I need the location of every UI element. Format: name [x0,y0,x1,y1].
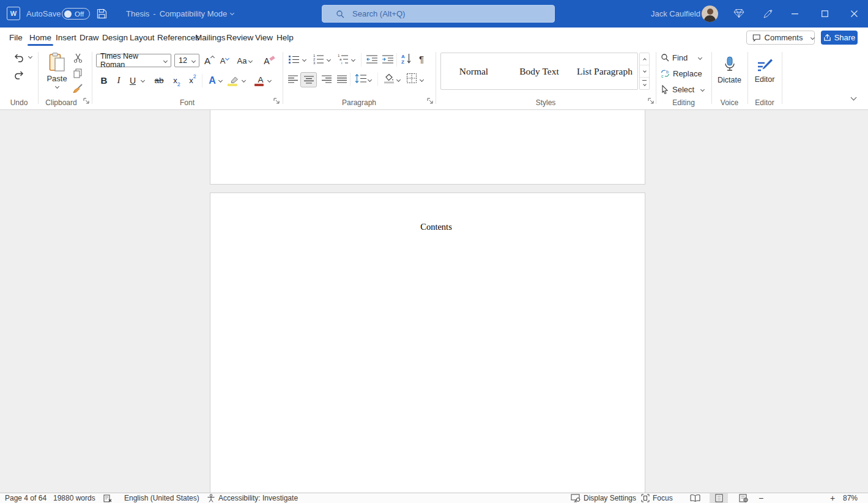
print-layout-button[interactable] [710,493,728,503]
minimize-button[interactable] [781,0,809,28]
superscript-button[interactable]: x2 [187,73,199,87]
align-right-button[interactable] [321,75,332,84]
decrease-indent-button[interactable] [366,54,378,64]
tab-home[interactable]: Home [29,28,51,47]
word-count[interactable]: 19880 words [53,493,95,503]
increase-indent-button[interactable] [382,54,394,64]
find-button[interactable]: Find [661,51,696,64]
maximize-button[interactable] [811,0,839,28]
style-body-text[interactable]: Body Text [506,53,572,89]
tab-references[interactable]: References [157,28,199,47]
align-left-button[interactable] [287,75,299,84]
pilcrow-button[interactable]: ¶ [416,53,427,65]
style-list-paragraph[interactable]: List Paragraph [572,53,637,89]
comments-button[interactable]: Comments [746,31,815,45]
focus-button[interactable]: Focus [641,493,673,503]
highlight-chevron-icon[interactable] [242,78,246,83]
bold-button[interactable]: B [98,73,110,87]
select-chevron-icon[interactable] [700,87,705,92]
borders-chevron-icon[interactable] [420,78,424,82]
tab-layout[interactable]: Layout [130,28,155,47]
bullets-button[interactable] [288,54,300,65]
styles-dialog-launcher[interactable] [648,98,655,105]
tab-file[interactable]: File [9,28,23,47]
align-center-button[interactable] [300,72,317,87]
pen-sparkle-icon[interactable] [762,9,773,20]
text-effects-button[interactable]: A [206,73,218,87]
font-family-select[interactable]: Times New Roman [96,54,171,67]
editor-button[interactable]: Editor [750,51,779,90]
document-page-2[interactable]: Contents [210,193,645,493]
user-name[interactable]: Jack Caulfield [651,9,700,18]
tab-design[interactable]: Design [102,28,128,47]
format-painter-button[interactable] [71,83,84,95]
tab-view[interactable]: View [255,28,273,47]
line-spacing-button[interactable] [354,73,367,84]
zoom-level[interactable]: 87% [843,493,858,503]
styles-more-button[interactable] [640,78,649,89]
accessibility-status[interactable]: Accessibility: Investigate [218,493,298,503]
sort-button[interactable]: AZ [400,52,412,65]
grow-font-button[interactable]: A [202,54,216,67]
autosave-toggle[interactable]: Off [62,8,90,20]
italic-button[interactable]: I [114,73,124,87]
shading-button[interactable] [383,73,395,84]
paste-button[interactable]: Paste [44,51,70,90]
undo-chevron-icon[interactable] [28,54,32,59]
gem-icon[interactable] [733,9,744,18]
select-button[interactable]: Select [661,83,699,95]
strikethrough-button[interactable]: ab [151,73,167,87]
styles-scroll-up-button[interactable] [640,53,649,65]
change-case-button[interactable]: Aa [234,54,255,67]
read-mode-button[interactable] [686,493,704,503]
dictate-button[interactable]: Dictate [713,51,746,90]
font-size-select[interactable]: 12 [174,54,199,67]
zoom-out-button[interactable]: − [759,493,763,503]
language-indicator[interactable]: English (United States) [124,493,199,503]
highlight-color-button[interactable] [228,73,240,87]
bullets-chevron-icon[interactable] [302,57,306,62]
tab-insert[interactable]: Insert [56,28,76,47]
style-normal[interactable]: Normal [441,53,506,89]
shading-chevron-icon[interactable] [396,78,401,82]
zoom-in-button[interactable]: + [830,493,835,503]
multilevel-chevron-icon[interactable] [351,57,355,62]
numbering-button[interactable]: 123 [313,53,324,65]
underline-chevron-icon[interactable] [141,78,145,83]
find-chevron-icon[interactable] [698,56,702,60]
replace-button[interactable]: bc Replace [661,67,703,79]
cut-button[interactable] [71,52,84,64]
search-input[interactable]: Search (Alt+Q) [322,5,555,23]
clear-formatting-button[interactable]: A [262,54,276,67]
numbering-chevron-icon[interactable] [327,57,331,62]
font-dialog-launcher[interactable] [273,98,280,105]
close-button[interactable] [840,0,868,28]
collapse-ribbon-chevron-icon[interactable] [851,95,857,101]
contents-heading[interactable]: Contents [210,222,645,232]
borders-button[interactable] [406,73,417,84]
copy-button[interactable] [71,67,84,79]
undo-button[interactable] [11,51,27,64]
subscript-button[interactable]: x2 [171,73,183,87]
proofing-status-icon[interactable] [103,493,112,503]
share-button[interactable]: Share [821,31,858,45]
tab-mailings[interactable]: Mailings [195,28,226,47]
tab-help[interactable]: Help [276,28,294,47]
accessibility-icon[interactable] [207,493,215,503]
shrink-font-button[interactable]: A [218,54,231,67]
styles-scroll-down-button[interactable] [640,65,649,78]
line-spacing-chevron-icon[interactable] [368,78,372,82]
justify-button[interactable] [336,75,347,84]
redo-button[interactable] [11,68,27,81]
underline-button[interactable]: U [128,73,138,87]
clipboard-dialog-launcher[interactable] [83,98,90,105]
web-layout-button[interactable] [734,493,752,503]
font-color-button[interactable]: A [254,73,267,87]
text-effects-chevron-icon[interactable] [218,78,223,83]
tab-draw[interactable]: Draw [80,28,99,47]
avatar[interactable] [702,6,718,22]
save-icon[interactable] [97,9,107,19]
font-color-chevron-icon[interactable] [267,78,272,83]
page-indicator[interactable]: Page 4 of 64 [5,493,46,503]
paragraph-dialog-launcher[interactable] [427,98,434,105]
